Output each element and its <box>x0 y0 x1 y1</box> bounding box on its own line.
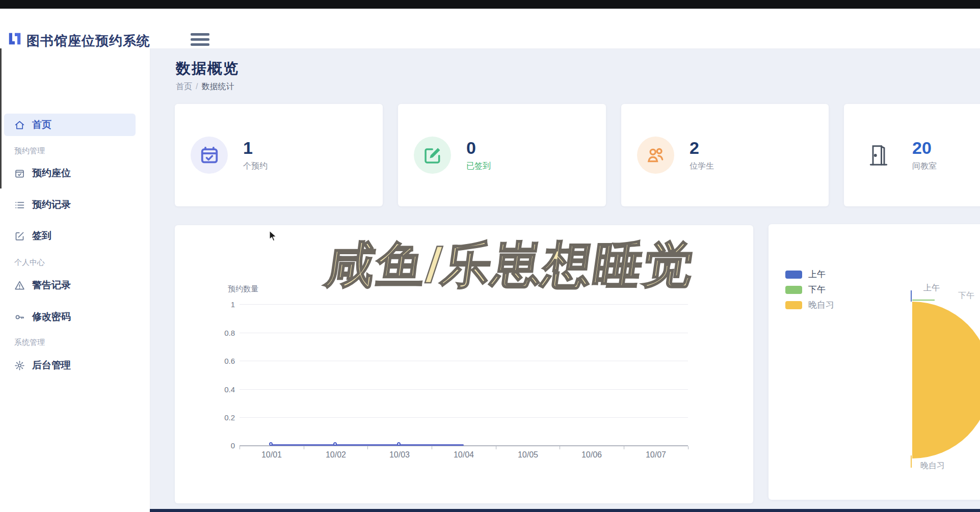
legend-item-afternoon[interactable]: 下午 <box>785 284 826 295</box>
sidebar-item-label: 首页 <box>32 118 51 131</box>
y-tick-label: 0.6 <box>213 357 235 365</box>
gridline <box>240 304 688 305</box>
y-tick-label: 0.4 <box>213 385 235 394</box>
sidebar-section-title: 个人中心 <box>14 258 45 267</box>
legend-swatch <box>785 301 802 309</box>
warning-icon <box>14 280 25 291</box>
sidebar-item-label: 签到 <box>32 229 51 242</box>
legend-swatch <box>785 286 802 294</box>
screen-edge-artifact <box>0 48 2 188</box>
sidebar: 首页 预约管理 预约座位 预约记录 签到 个人中心 警告记录 修改密码 系统管理 <box>0 48 150 512</box>
stat-label: 位学生 <box>690 161 714 172</box>
page-title: 数据概览 <box>176 59 239 79</box>
data-point <box>333 442 337 446</box>
window-top-bar <box>0 0 980 9</box>
breadcrumb-separator: / <box>192 82 201 91</box>
hamburger-icon <box>191 33 209 36</box>
sidebar-item-label: 预约记录 <box>32 198 71 211</box>
app-header: 图书馆座位预约系统 <box>0 9 980 48</box>
calendar-check-icon <box>200 146 219 165</box>
edit-icon <box>14 231 25 241</box>
data-point <box>269 442 273 446</box>
window-bottom-bar <box>150 509 980 512</box>
stat-value: 2 <box>690 139 714 157</box>
data-point <box>397 442 401 446</box>
legend-swatch <box>785 271 802 279</box>
stat-card-reservations: 1 个预约 <box>175 104 383 206</box>
y-axis-title: 预约数量 <box>228 284 258 294</box>
pie-callout-line-afternoon <box>912 300 935 301</box>
sidebar-item-home[interactable]: 首页 <box>14 114 51 136</box>
gridline <box>240 333 688 333</box>
sidebar-item-change-password[interactable]: 修改密码 <box>14 306 71 328</box>
x-tick-label: 10/02 <box>318 450 354 460</box>
stat-icon-circle <box>637 137 674 174</box>
mouse-cursor <box>269 230 278 242</box>
app-screen: 图书馆座位预约系统 首页 预约管理 预约座位 预约记录 签到 个人中心 警告记录 <box>0 0 980 512</box>
pie-label-afternoon: 下午 <box>958 290 974 301</box>
sidebar-item-reservation-records[interactable]: 预约记录 <box>14 194 71 216</box>
stat-value: 0 <box>466 139 491 157</box>
home-icon <box>14 120 25 130</box>
app-logo-icon <box>7 31 22 46</box>
stat-card-checked-in: 0 已签到 <box>398 104 606 206</box>
sidebar-item-reserve-seat[interactable]: 预约座位 <box>14 162 71 184</box>
stat-card-classrooms: 20 间教室 <box>844 104 980 206</box>
gridline <box>240 389 688 390</box>
y-tick-label: 0.2 <box>213 413 235 422</box>
sidebar-section-title: 系统管理 <box>14 338 45 347</box>
app-title: 图书馆座位预约系统 <box>27 32 150 50</box>
stat-value: 1 <box>243 139 268 157</box>
x-tick-label: 10/07 <box>638 450 674 460</box>
breadcrumb-current: 数据统计 <box>201 82 234 91</box>
stat-label: 间教室 <box>912 161 937 172</box>
x-tick <box>560 446 560 449</box>
pie-label-evening: 晚自习 <box>920 461 945 471</box>
x-tick <box>496 446 496 449</box>
stat-value: 20 <box>912 139 937 157</box>
sidebar-item-label: 修改密码 <box>32 310 71 324</box>
legend-item-morning[interactable]: 上午 <box>785 268 826 280</box>
stat-icon-circle <box>860 137 897 174</box>
gridline <box>240 361 688 361</box>
y-tick-label: 1 <box>213 300 235 309</box>
x-tick <box>688 446 688 449</box>
stat-label: 个预约 <box>243 161 268 172</box>
legend-label: 上午 <box>808 268 826 280</box>
gridline <box>240 417 688 418</box>
y-tick-label: 0.8 <box>213 329 235 337</box>
menu-toggle-button[interactable] <box>191 33 209 46</box>
watermark-text: 咸鱼/乐崽想睡觉 <box>323 240 698 289</box>
y-tick-label: 0 <box>213 441 235 450</box>
gear-icon <box>14 360 25 371</box>
stat-card-students: 2 位学生 <box>621 104 829 206</box>
x-tick <box>367 446 368 449</box>
sidebar-item-admin[interactable]: 后台管理 <box>14 354 71 376</box>
stat-icon-circle <box>414 137 451 174</box>
stat-label: 已签到 <box>466 161 491 172</box>
x-tick-label: 10/03 <box>382 450 417 460</box>
x-tick <box>624 446 624 449</box>
pie-label-morning: 上午 <box>923 283 940 293</box>
legend-label: 下午 <box>808 284 826 295</box>
pie-callout-line-morning <box>911 290 912 302</box>
sidebar-item-label: 预约座位 <box>32 167 71 180</box>
legend-item-evening[interactable]: 晚自习 <box>785 299 834 311</box>
users-icon <box>646 145 666 166</box>
breadcrumb-home-link[interactable]: 首页 <box>176 82 192 91</box>
sidebar-item-label: 警告记录 <box>32 279 71 292</box>
sidebar-item-checkin[interactable]: 签到 <box>14 225 51 247</box>
sidebar-item-label: 后台管理 <box>32 359 71 372</box>
breadcrumb: 首页/数据统计 <box>176 82 234 92</box>
legend-label: 晚自习 <box>808 299 834 311</box>
x-tick-label: 10/05 <box>510 450 546 460</box>
sidebar-item-warning-records[interactable]: 警告记录 <box>14 274 71 297</box>
list-icon <box>14 200 25 210</box>
sidebar-section-title: 预约管理 <box>14 146 45 156</box>
key-icon <box>14 312 25 322</box>
x-tick <box>240 446 240 449</box>
x-tick <box>432 446 432 449</box>
x-tick-label: 10/01 <box>254 450 289 460</box>
line-series <box>272 444 464 446</box>
x-tick-label: 10/06 <box>574 450 610 460</box>
